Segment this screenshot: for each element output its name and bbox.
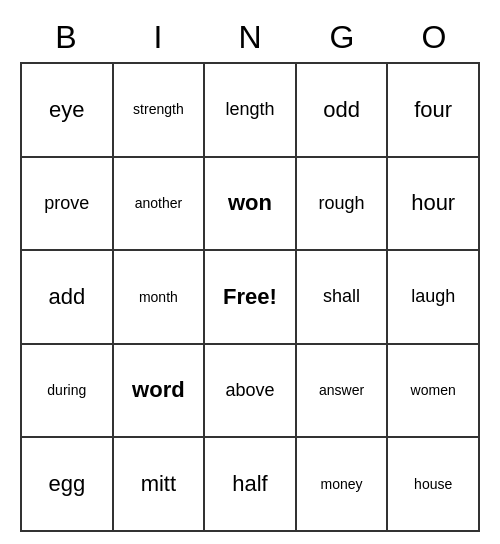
bingo-cell-2-4: laugh xyxy=(388,251,480,345)
bingo-cell-1-1: another xyxy=(114,158,206,252)
bingo-cell-3-1: word xyxy=(114,345,206,439)
bingo-card: BINGO eyestrengthlengthoddfourproveanoth… xyxy=(20,12,480,532)
bingo-cell-3-0: during xyxy=(22,345,114,439)
bingo-cell-1-4: hour xyxy=(388,158,480,252)
bingo-cell-1-0: prove xyxy=(22,158,114,252)
bingo-cell-0-0: eye xyxy=(22,64,114,158)
bingo-cell-2-3: shall xyxy=(297,251,389,345)
bingo-cell-3-3: answer xyxy=(297,345,389,439)
bingo-grid: eyestrengthlengthoddfourproveanotherwonr… xyxy=(20,62,480,532)
bingo-cell-4-1: mitt xyxy=(114,438,206,532)
bingo-cell-3-2: above xyxy=(205,345,297,439)
bingo-cell-3-4: women xyxy=(388,345,480,439)
bingo-cell-2-2: Free! xyxy=(205,251,297,345)
header-letter-b: B xyxy=(20,12,112,62)
bingo-cell-0-3: odd xyxy=(297,64,389,158)
header-letter-g: G xyxy=(296,12,388,62)
bingo-header: BINGO xyxy=(20,12,480,62)
header-letter-i: I xyxy=(112,12,204,62)
bingo-cell-4-2: half xyxy=(205,438,297,532)
bingo-cell-2-0: add xyxy=(22,251,114,345)
bingo-cell-0-1: strength xyxy=(114,64,206,158)
bingo-cell-4-0: egg xyxy=(22,438,114,532)
bingo-cell-4-3: money xyxy=(297,438,389,532)
bingo-cell-0-2: length xyxy=(205,64,297,158)
bingo-cell-1-3: rough xyxy=(297,158,389,252)
bingo-cell-4-4: house xyxy=(388,438,480,532)
bingo-cell-0-4: four xyxy=(388,64,480,158)
header-letter-o: O xyxy=(388,12,480,62)
bingo-cell-2-1: month xyxy=(114,251,206,345)
header-letter-n: N xyxy=(204,12,296,62)
bingo-cell-1-2: won xyxy=(205,158,297,252)
